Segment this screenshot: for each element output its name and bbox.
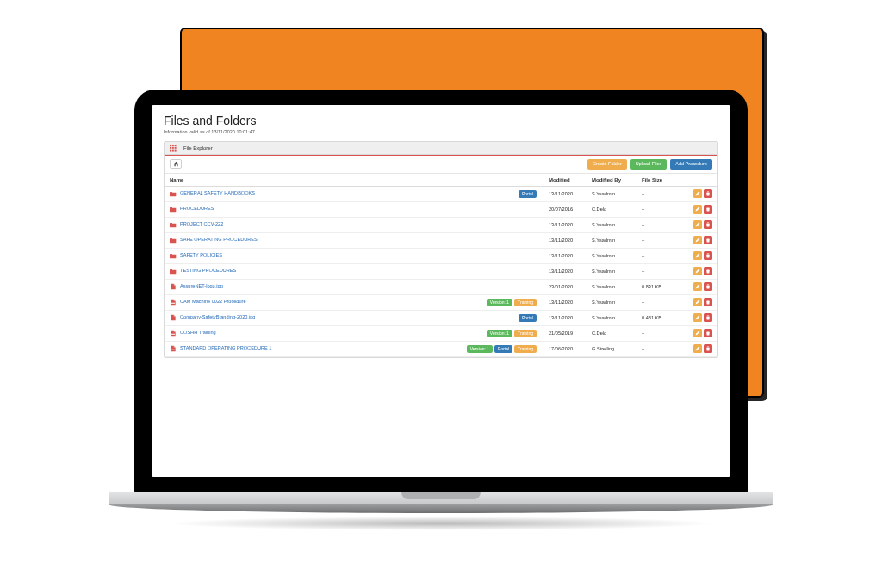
row-size: 0.481 KB: [637, 310, 680, 325]
delete-button[interactable]: [704, 298, 712, 306]
file-link[interactable]: Company-SafetyBranding-2020.jpg: [180, 315, 255, 320]
file-link[interactable]: PROCEDURES: [180, 207, 214, 212]
tag: Version: 1: [467, 345, 493, 353]
col-modified[interactable]: Modified: [543, 174, 587, 187]
edit-button[interactable]: [693, 236, 702, 244]
row-modified: 13/11/2020: [543, 248, 587, 263]
pencil-icon: [695, 315, 700, 321]
delete-button[interactable]: [704, 205, 712, 214]
files-table: Name Modified Modified By File Size GENE…: [165, 174, 717, 357]
folder-icon: [170, 252, 177, 259]
row-modified-by: G.Strelling: [587, 341, 637, 356]
row-modified-by: S.Ysadmin: [587, 248, 637, 263]
tag: Portal: [519, 314, 537, 322]
table-row: AssureNET-logo.jpg23/01/2020S.Ysadmin0.8…: [165, 279, 717, 294]
table-row: COSHH TrainingVersion: 1Training21/05/20…: [165, 325, 717, 341]
file-link[interactable]: STANDARD OPERATING PROCEDURE 1: [180, 346, 271, 351]
row-tags: [382, 279, 543, 294]
col-name[interactable]: Name: [165, 174, 382, 187]
laptop-base: [109, 492, 773, 522]
edit-button[interactable]: [693, 344, 702, 353]
edit-button[interactable]: [693, 205, 702, 214]
row-modified-by: S.Ysadmin: [587, 186, 637, 201]
pencil-icon: [695, 284, 700, 290]
svg-rect-5: [175, 147, 177, 149]
folder-icon: [170, 206, 177, 213]
svg-rect-3: [170, 147, 171, 149]
breadcrumb-home[interactable]: [170, 159, 182, 169]
delete-button[interactable]: [704, 282, 712, 291]
delete-button[interactable]: [704, 189, 712, 198]
trash-icon: [705, 300, 711, 306]
row-modified: 23/01/2020: [543, 279, 587, 294]
table-row: PROJECT CCV-22213/11/2020S.Ysadmin–: [165, 217, 717, 232]
row-size: –: [637, 341, 680, 356]
file-icon: [170, 314, 177, 321]
trash-icon: [705, 191, 711, 197]
row-modified-by: S.Ysadmin: [587, 232, 637, 248]
panel-header: File Explorer: [165, 142, 717, 155]
delete-button[interactable]: [704, 251, 712, 260]
delete-button[interactable]: [704, 236, 712, 244]
tag: Training: [514, 330, 537, 337]
scene: Files and Folders Information valid as o…: [0, 0, 882, 588]
delete-button[interactable]: [704, 344, 712, 353]
svg-rect-4: [172, 147, 174, 149]
col-by[interactable]: Modified By: [587, 174, 637, 187]
pencil-icon: [695, 346, 700, 352]
trash-icon: [705, 222, 711, 228]
edit-button[interactable]: [693, 251, 702, 260]
row-modified-by: S.Ysadmin: [587, 263, 637, 279]
row-tags: Portal: [382, 310, 543, 325]
row-size: –: [637, 294, 680, 310]
table-row: SAFETY POLICIES13/11/2020S.Ysadmin–: [165, 248, 717, 263]
edit-button[interactable]: [693, 189, 702, 198]
grid-icon: [170, 145, 177, 152]
add-procedure-button[interactable]: Add Procedure: [670, 159, 712, 170]
file-link[interactable]: CAM Machine 0022 Procedure: [180, 300, 246, 305]
delete-button[interactable]: [704, 329, 712, 337]
row-modified-by: S.Ysadmin: [587, 310, 637, 325]
file-link[interactable]: SAFE OPERATING PROCEDURES: [180, 238, 258, 243]
row-size: –: [637, 186, 680, 201]
row-modified: 17/06/2020: [543, 341, 587, 356]
table-row: Company-SafetyBranding-2020.jpgPortal13/…: [165, 310, 717, 325]
create-folder-button[interactable]: Create Folder: [587, 159, 627, 170]
edit-button[interactable]: [693, 220, 702, 229]
pdf-icon: [170, 299, 177, 306]
trash-icon: [705, 315, 711, 321]
pdf-icon: [170, 330, 177, 337]
file-link[interactable]: SAFETY POLICIES: [180, 253, 222, 258]
pencil-icon: [695, 300, 700, 306]
table-row: SAFE OPERATING PROCEDURES13/11/2020S.Ysa…: [165, 232, 717, 248]
row-size: –: [637, 248, 680, 263]
edit-button[interactable]: [693, 267, 702, 275]
edit-button[interactable]: [693, 329, 702, 337]
file-link[interactable]: AssureNET-logo.jpg: [180, 284, 223, 289]
delete-button[interactable]: [704, 267, 712, 275]
upload-files-button[interactable]: Upload Files: [630, 159, 668, 170]
pdf-icon: [170, 345, 177, 352]
row-modified: 13/11/2020: [543, 294, 587, 310]
table-row: STANDARD OPERATING PROCEDURE 1Version: 1…: [165, 341, 717, 356]
edit-button[interactable]: [693, 313, 702, 322]
tag: Training: [514, 299, 537, 306]
laptop-screen: Files and Folders Information valid as o…: [152, 105, 730, 477]
trash-icon: [705, 346, 711, 352]
row-modified: 20/07/2016: [543, 201, 587, 217]
file-link[interactable]: COSHH Training: [180, 331, 216, 336]
col-actions: [680, 174, 717, 187]
laptop-bezel: Files and Folders Information valid as o…: [134, 90, 748, 496]
file-link[interactable]: GENERAL SAFETY HANDBOOKS: [180, 191, 255, 196]
col-size[interactable]: File Size: [637, 174, 680, 187]
file-link[interactable]: TESTING PROCEDURES: [180, 269, 236, 274]
laptop-mockup: Files and Folders Information valid as o…: [109, 90, 773, 522]
delete-button[interactable]: [704, 220, 712, 229]
pencil-icon: [695, 331, 700, 337]
delete-button[interactable]: [704, 313, 712, 322]
file-link[interactable]: PROJECT CCV-222: [180, 222, 223, 227]
home-icon: [173, 161, 179, 168]
edit-button[interactable]: [693, 282, 702, 291]
row-tags: [382, 263, 543, 279]
edit-button[interactable]: [693, 298, 702, 306]
